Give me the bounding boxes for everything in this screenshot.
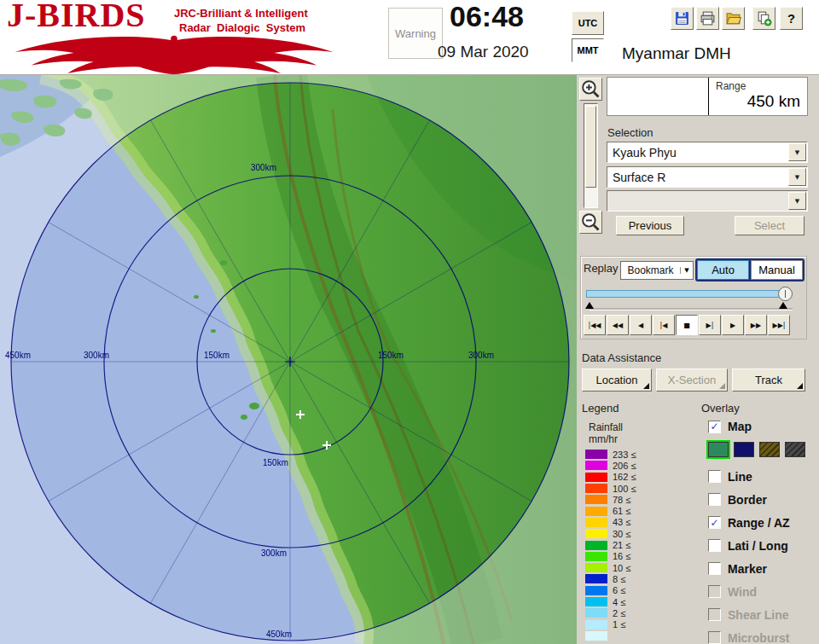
mmt-button[interactable]: MMT xyxy=(572,38,604,62)
legend-row: 2 ≤ xyxy=(585,607,696,618)
chevron-down-icon[interactable]: ▼ xyxy=(788,192,806,210)
map-style-swatch-gray[interactable] xyxy=(785,442,805,457)
manual-button[interactable]: Manual xyxy=(751,260,803,280)
selection-label: Selection xyxy=(607,126,653,139)
svg-text:300km: 300km xyxy=(261,548,287,558)
export-icon xyxy=(756,10,772,26)
map-style-swatch-olive[interactable] xyxy=(759,442,780,457)
replay-slider-thumb[interactable] xyxy=(778,287,793,301)
legend-color-swatch xyxy=(585,586,607,595)
logo-title: J-BIRDS xyxy=(7,0,146,35)
legend-threshold: 8 ≤ xyxy=(613,574,625,584)
playback-button-3[interactable]: |◀ xyxy=(653,315,675,335)
playback-button-2[interactable]: ◀ xyxy=(630,315,652,335)
chevron-down-icon[interactable]: ▼ xyxy=(788,143,806,161)
legend-color-swatch xyxy=(585,608,607,618)
trim-start-marker[interactable] xyxy=(585,302,594,309)
product-dropdown[interactable]: Surface R ▼ xyxy=(607,166,808,188)
checkbox[interactable] xyxy=(708,493,721,506)
zoom-in-button[interactable] xyxy=(579,78,602,101)
overlay-label: Microburst xyxy=(728,631,789,644)
auto-button[interactable]: Auto xyxy=(697,260,749,280)
range-value: 450 km xyxy=(747,92,800,111)
overlay-item-wind: Wind xyxy=(708,580,815,603)
site-dropdown-value: Kyauk Phyu xyxy=(607,146,788,160)
map-style-swatch-terrain[interactable] xyxy=(708,442,729,457)
legend-threshold: 2 ≤ xyxy=(613,608,625,618)
site-dropdown[interactable]: Kyauk Phyu ▼ xyxy=(607,142,808,163)
checkbox[interactable]: ✓ xyxy=(708,421,721,433)
map-style-swatch-navy[interactable] xyxy=(734,442,754,457)
playback-button-6[interactable]: ▶ xyxy=(722,315,744,335)
previous-button[interactable]: Previous xyxy=(616,216,684,235)
warning-indicator: Warning xyxy=(388,8,443,59)
playback-buttons: |◀◀◀◀◀|◀■▶|▶▶▶▶▶| xyxy=(584,315,790,335)
checkbox[interactable] xyxy=(708,470,721,483)
save-button[interactable] xyxy=(671,7,694,30)
corner-handle-icon xyxy=(643,383,649,389)
location-button[interactable]: Location xyxy=(582,368,652,392)
legend-row: 4 ≤ xyxy=(585,596,696,607)
legend-threshold: 16 ≤ xyxy=(613,551,630,561)
print-button[interactable] xyxy=(696,7,719,30)
bookmark-button[interactable]: Bookmark ▼ xyxy=(620,261,694,280)
clock-time: 06:48 xyxy=(450,0,524,33)
legend-threshold: 78 ≤ xyxy=(613,495,630,505)
chevron-down-icon[interactable]: ▼ xyxy=(788,168,806,186)
radar-map[interactable]: 450km 300km 150km 150km 300km 300km 150k… xyxy=(0,75,577,644)
zoom-out-button[interactable] xyxy=(579,211,602,234)
overlay-item-border[interactable]: Border xyxy=(708,488,815,511)
overlay-item-range-az[interactable]: ✓Range / AZ xyxy=(708,511,815,534)
playback-button-4[interactable]: ■ xyxy=(676,315,698,335)
print-icon xyxy=(700,10,716,26)
svg-text:300km: 300km xyxy=(84,351,109,360)
playback-button-7[interactable]: ▶▶ xyxy=(745,315,767,335)
zoom-out-icon xyxy=(580,212,601,233)
overlay-list: LineBorder✓Range / AZLati / LongMarkerWi… xyxy=(708,465,815,644)
legend-color-swatch xyxy=(585,563,607,572)
playback-button-1[interactable]: ◀◀ xyxy=(607,315,629,335)
legend-color-swatch xyxy=(585,631,607,641)
utc-button[interactable]: UTC xyxy=(572,11,604,35)
track-button-label: Track xyxy=(755,374,782,386)
track-button[interactable]: Track xyxy=(732,368,805,392)
trim-end-marker[interactable] xyxy=(779,302,787,309)
overlay-item-marker[interactable]: Marker xyxy=(708,557,815,580)
zoom-slider-thumb[interactable] xyxy=(585,106,596,188)
playback-button-0[interactable]: |◀◀ xyxy=(584,315,606,335)
overlay-item-shear-line: Shear Line xyxy=(708,603,815,626)
overlay-item-microburst: Microburst xyxy=(708,626,815,644)
save-icon xyxy=(674,10,690,26)
playback-button-8[interactable]: ▶▶| xyxy=(768,315,790,335)
checkbox[interactable]: ✓ xyxy=(708,516,721,529)
zoom-slider-track[interactable] xyxy=(584,103,598,208)
svg-text:450km: 450km xyxy=(266,629,292,639)
overlay-style-swatches xyxy=(708,442,805,457)
playback-button-5[interactable]: ▶| xyxy=(699,315,721,335)
svg-text:150km: 150km xyxy=(204,351,229,360)
legend-color-swatch xyxy=(585,507,607,516)
x-section-button: X-Section xyxy=(656,368,728,392)
checkbox[interactable] xyxy=(708,539,721,552)
overlay-item-line[interactable]: Line xyxy=(708,465,815,488)
data-assistance-label: Data Assistance xyxy=(582,351,661,364)
extra-dropdown[interactable]: ▼ xyxy=(607,190,808,212)
svg-text:300km: 300km xyxy=(251,163,276,172)
overlay-item-map[interactable]: ✓ Map xyxy=(708,420,752,433)
select-button: Select xyxy=(735,216,804,235)
legend-row: 30 ≤ xyxy=(585,528,696,539)
legend-color-swatch xyxy=(585,484,607,493)
logo-subtitle-1: JRC-Brilliant & Intelligent xyxy=(174,7,308,20)
replay-trim-track xyxy=(590,308,793,310)
eagle-logo-icon xyxy=(3,32,345,75)
help-button[interactable]: ? xyxy=(780,7,803,30)
legend-threshold: 233 ≤ xyxy=(613,450,636,460)
legend-unit-line1: Rainfall xyxy=(589,421,623,433)
export-button[interactable] xyxy=(752,7,775,30)
replay-time-slider[interactable] xyxy=(586,290,787,298)
open-folder-button[interactable] xyxy=(722,7,745,30)
overlay-label: Line xyxy=(728,470,752,484)
legend-threshold: 10 ≤ xyxy=(613,563,630,573)
overlay-item-lati-long[interactable]: Lati / Long xyxy=(708,534,815,557)
checkbox[interactable] xyxy=(708,562,721,575)
